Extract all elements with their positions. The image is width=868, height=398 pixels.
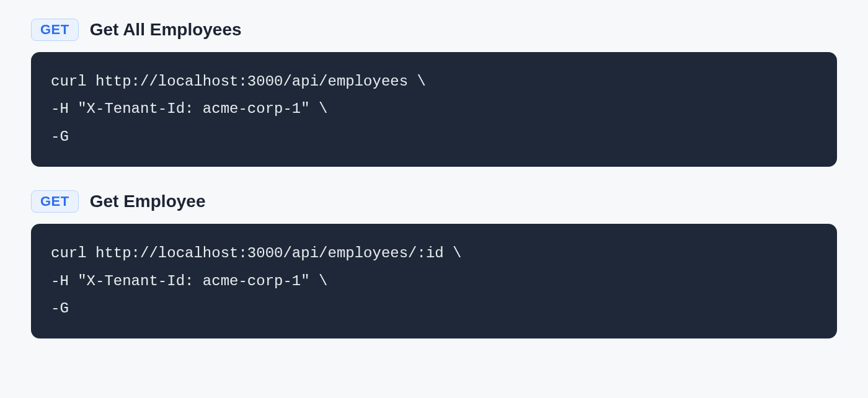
endpoint-header: GET Get Employee	[31, 190, 837, 213]
code-block[interactable]: curl http://localhost:3000/api/employees…	[31, 224, 837, 338]
endpoint-title: Get Employee	[90, 192, 206, 211]
endpoint-get-employee: GET Get Employee curl http://localhost:3…	[31, 190, 837, 338]
endpoint-get-all-employees: GET Get All Employees curl http://localh…	[31, 19, 837, 167]
code-block[interactable]: curl http://localhost:3000/api/employees…	[31, 52, 837, 167]
endpoint-header: GET Get All Employees	[31, 19, 837, 41]
http-method-badge: GET	[31, 190, 79, 213]
http-method-badge: GET	[31, 19, 79, 41]
endpoint-title: Get All Employees	[90, 20, 242, 40]
